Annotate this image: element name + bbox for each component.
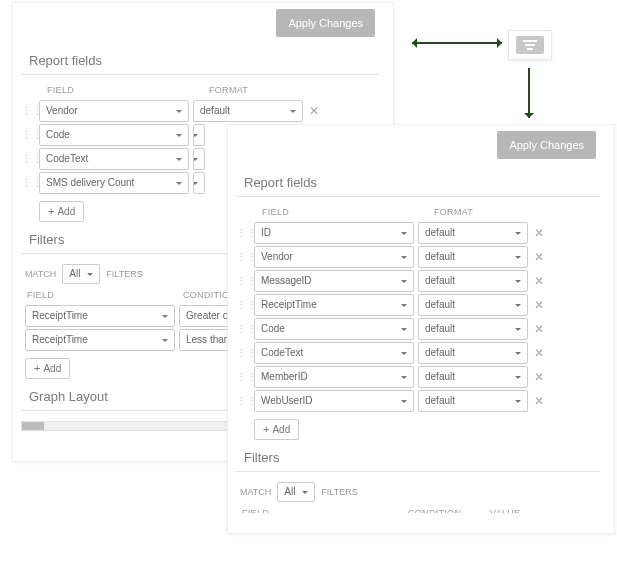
field-select[interactable]: Code	[39, 124, 189, 146]
drag-handle-icon[interactable]: ⋮⋮	[236, 396, 250, 407]
filters-label: FILTERS	[321, 487, 357, 497]
match-label: MATCH	[25, 269, 56, 279]
remove-icon[interactable]: ✕	[532, 250, 546, 264]
col-value: VALUE	[490, 508, 520, 513]
plus-icon: +	[263, 424, 269, 435]
add-field-button[interactable]: + Add	[39, 201, 84, 222]
field-row: ⋮⋮MessageIDdefault✕	[236, 269, 600, 293]
drag-handle-icon[interactable]: ⋮⋮	[236, 348, 250, 359]
field-row: ⋮⋮ReceiptTimedefault✕	[236, 293, 600, 317]
match-label: MATCH	[240, 487, 271, 497]
field-select[interactable]: CodeText	[254, 342, 414, 364]
format-select[interactable]: default	[418, 222, 528, 244]
field-row: ⋮⋮Vendordefault✕	[236, 245, 600, 269]
section-report-fields: Report fields	[236, 165, 600, 197]
apply-button[interactable]: Apply Changes	[276, 9, 375, 37]
filter-field-select[interactable]: ReceiptTime	[25, 329, 175, 351]
col-field: FIELD	[47, 85, 209, 95]
config-panel-expanded: Apply Changes Report fields FIELD FORMAT…	[227, 124, 615, 534]
format-select[interactable]: default	[418, 318, 528, 340]
field-select[interactable]: Vendor	[39, 100, 189, 122]
drag-handle-icon[interactable]: ⋮⋮	[236, 372, 250, 383]
remove-icon[interactable]: ✕	[532, 298, 546, 312]
col-field: FIELD	[242, 508, 408, 513]
field-select[interactable]: WebUserID	[254, 390, 414, 412]
format-select[interactable]: default	[418, 390, 528, 412]
add-filter-button[interactable]: + Add	[25, 358, 70, 379]
plus-icon: +	[34, 363, 40, 374]
field-select[interactable]: ReceiptTime	[254, 294, 414, 316]
add-field-button[interactable]: + Add	[254, 419, 299, 440]
format-select[interactable]: default	[418, 366, 528, 388]
format-select[interactable]: default	[418, 294, 528, 316]
drag-handle-icon[interactable]: ⋮⋮	[236, 252, 250, 263]
drag-handle-icon[interactable]: ⋮⋮	[21, 106, 35, 117]
filter-icon	[516, 36, 544, 54]
remove-icon[interactable]: ✕	[532, 322, 546, 336]
field-row: ⋮⋮Vendordefault✕	[21, 99, 379, 123]
field-select[interactable]: Vendor	[254, 246, 414, 268]
section-filters: Filters	[236, 440, 600, 472]
drag-handle-icon[interactable]: ⋮⋮	[236, 228, 250, 239]
plus-icon: +	[48, 206, 54, 217]
field-select[interactable]: MemberID	[254, 366, 414, 388]
remove-icon[interactable]: ✕	[532, 346, 546, 360]
format-select[interactable]	[193, 124, 205, 146]
remove-icon[interactable]: ✕	[307, 104, 321, 118]
format-select[interactable]	[193, 172, 205, 194]
section-report-fields: Report fields	[21, 43, 379, 75]
arrow-horizontal	[412, 42, 502, 44]
match-select[interactable]: All	[277, 482, 315, 502]
drag-handle-icon[interactable]: ⋮⋮	[21, 178, 35, 189]
field-select[interactable]: SMS delivery Count	[39, 172, 189, 194]
col-condition: CONDITION	[408, 508, 490, 513]
field-row: ⋮⋮MemberIDdefault✕	[236, 365, 600, 389]
drag-handle-icon[interactable]: ⋮⋮	[21, 130, 35, 141]
format-select[interactable]: default	[418, 342, 528, 364]
add-label: Add	[43, 363, 61, 374]
col-field: FIELD	[262, 207, 434, 217]
field-select[interactable]: Code	[254, 318, 414, 340]
filter-field-select[interactable]: ReceiptTime	[25, 305, 175, 327]
add-label: Add	[272, 424, 290, 435]
drag-handle-icon[interactable]: ⋮⋮	[236, 324, 250, 335]
remove-icon[interactable]: ✕	[532, 370, 546, 384]
field-row: ⋮⋮Codedefault✕	[236, 317, 600, 341]
col-format: FORMAT	[434, 207, 473, 217]
add-label: Add	[57, 206, 75, 217]
remove-icon[interactable]: ✕	[532, 274, 546, 288]
remove-icon[interactable]: ✕	[532, 226, 546, 240]
field-row: ⋮⋮IDdefault✕	[236, 221, 600, 245]
remove-icon[interactable]: ✕	[532, 394, 546, 408]
drag-handle-icon[interactable]: ⋮⋮	[236, 300, 250, 311]
arrow-vertical	[528, 68, 530, 118]
col-format: FORMAT	[209, 85, 248, 95]
field-row: ⋮⋮CodeTextdefault✕	[236, 341, 600, 365]
format-select[interactable]: default	[193, 100, 303, 122]
filter-toggle-button[interactable]	[508, 30, 552, 60]
col-field: FIELD	[27, 290, 183, 300]
field-select[interactable]: CodeText	[39, 148, 189, 170]
format-select[interactable]: default	[418, 246, 528, 268]
field-select[interactable]: MessageID	[254, 270, 414, 292]
match-select[interactable]: All	[62, 264, 100, 284]
format-select[interactable]: default	[418, 270, 528, 292]
drag-handle-icon[interactable]: ⋮⋮	[21, 154, 35, 165]
drag-handle-icon[interactable]: ⋮⋮	[236, 276, 250, 287]
field-row: ⋮⋮WebUserIDdefault✕	[236, 389, 600, 413]
apply-button[interactable]: Apply Changes	[497, 131, 596, 159]
field-select[interactable]: ID	[254, 222, 414, 244]
filters-label: FILTERS	[106, 269, 142, 279]
format-select[interactable]	[193, 148, 205, 170]
